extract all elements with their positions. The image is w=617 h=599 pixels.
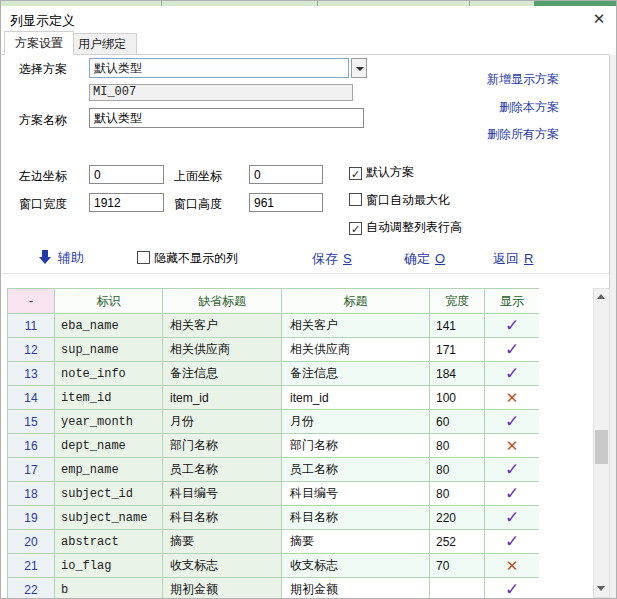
left-coord-input[interactable] bbox=[89, 165, 164, 184]
checkbox-auto-row-height[interactable]: ✓自动调整列表行高 bbox=[349, 220, 462, 235]
cell-width[interactable]: 100 bbox=[430, 386, 485, 410]
cell-width[interactable]: 141 bbox=[430, 314, 485, 338]
cell-row-number[interactable]: 17 bbox=[8, 458, 55, 482]
table-row[interactable]: 17emp_name员工名称员工名称80✓ bbox=[8, 458, 540, 482]
cell-width[interactable]: 80 bbox=[430, 458, 485, 482]
cell-row-number[interactable]: 18 bbox=[8, 482, 55, 506]
table-row[interactable]: 12sup_name相关供应商相关供应商171✓ bbox=[8, 338, 540, 362]
table-row[interactable]: 18subject_id科目编号科目编号80✓ bbox=[8, 482, 540, 506]
back-button[interactable]: 返回R bbox=[493, 250, 533, 268]
scrollbar-thumb[interactable] bbox=[595, 430, 608, 464]
cell-title[interactable]: 备注信息 bbox=[282, 362, 430, 386]
cell-identifier[interactable]: io_flag bbox=[55, 554, 163, 578]
cell-title[interactable]: 员工名称 bbox=[282, 458, 430, 482]
ok-button[interactable]: 确定O bbox=[404, 250, 445, 268]
checkbox-auto-maximize[interactable]: 窗口自动最大化 bbox=[349, 193, 450, 207]
cell-default-title[interactable]: 摘要 bbox=[163, 530, 282, 554]
cell-display-toggle[interactable]: ✓ bbox=[485, 314, 540, 338]
cell-default-title[interactable]: 相关供应商 bbox=[163, 338, 282, 362]
cell-title[interactable]: 期初金额 bbox=[282, 578, 430, 599]
cell-identifier[interactable]: subject_id bbox=[55, 482, 163, 506]
cell-identifier[interactable]: item_id bbox=[55, 386, 163, 410]
save-button[interactable]: 保存S bbox=[312, 250, 352, 268]
cell-identifier[interactable]: note_info bbox=[55, 362, 163, 386]
close-icon[interactable]: ✕ bbox=[590, 10, 608, 28]
table-row[interactable]: 21io_flag收支标志收支标志70✕ bbox=[8, 554, 540, 578]
cell-default-title[interactable]: item_id bbox=[163, 386, 282, 410]
cell-default-title[interactable]: 备注信息 bbox=[163, 362, 282, 386]
checkbox-default-plan[interactable]: ✓默认方案 bbox=[349, 165, 414, 180]
cell-display-toggle[interactable]: ✕ bbox=[485, 386, 540, 410]
delete-this-plan-link[interactable]: 删除本方案 bbox=[499, 99, 559, 116]
window-height-input[interactable] bbox=[249, 193, 323, 212]
plan-name-input[interactable] bbox=[89, 108, 364, 128]
cell-identifier[interactable]: subject_name bbox=[55, 506, 163, 530]
cell-row-number[interactable]: 11 bbox=[8, 314, 55, 338]
cell-identifier[interactable]: b bbox=[55, 578, 163, 599]
cell-row-number[interactable]: 14 bbox=[8, 386, 55, 410]
cell-row-number[interactable]: 20 bbox=[8, 530, 55, 554]
cell-title[interactable]: 月份 bbox=[282, 410, 430, 434]
cell-row-number[interactable]: 15 bbox=[8, 410, 55, 434]
cell-row-number[interactable]: 16 bbox=[8, 434, 55, 458]
cell-width[interactable]: 252 bbox=[430, 530, 485, 554]
scroll-up-button[interactable] bbox=[594, 289, 609, 305]
cell-default-title[interactable]: 员工名称 bbox=[163, 458, 282, 482]
window-width-input[interactable] bbox=[89, 193, 164, 212]
header-width[interactable]: 宽度 bbox=[430, 289, 485, 314]
cell-display-toggle[interactable]: ✓ bbox=[485, 410, 540, 434]
tab-user-binding[interactable]: 用户绑定 bbox=[67, 33, 137, 55]
table-row[interactable]: 16dept_name部门名称部门名称80✕ bbox=[8, 434, 540, 458]
table-row[interactable]: 22b期初金额期初金额✓ bbox=[8, 578, 540, 599]
cell-display-toggle[interactable]: ✓ bbox=[485, 458, 540, 482]
scroll-down-button[interactable] bbox=[594, 581, 609, 597]
cell-width[interactable]: 70 bbox=[430, 554, 485, 578]
header-identifier[interactable]: 标识 bbox=[55, 289, 163, 314]
tab-plan-settings[interactable]: 方案设置 bbox=[4, 31, 74, 55]
cell-default-title[interactable]: 期初金额 bbox=[163, 578, 282, 599]
cell-title[interactable]: 摘要 bbox=[282, 530, 430, 554]
cell-default-title[interactable]: 部门名称 bbox=[163, 434, 282, 458]
combobox-dropdown-button[interactable] bbox=[351, 58, 367, 78]
cell-title[interactable]: 相关客户 bbox=[282, 314, 430, 338]
cell-identifier[interactable]: abstract bbox=[55, 530, 163, 554]
cell-default-title[interactable]: 相关客户 bbox=[163, 314, 282, 338]
cell-title[interactable]: 科目名称 bbox=[282, 506, 430, 530]
header-display[interactable]: 显示 bbox=[485, 289, 540, 314]
auxiliary-button[interactable]: 辅助 bbox=[39, 249, 84, 267]
cell-width[interactable]: 60 bbox=[430, 410, 485, 434]
cell-display-toggle[interactable]: ✓ bbox=[485, 578, 540, 599]
header-row-number[interactable]: - bbox=[8, 289, 55, 314]
add-display-plan-link[interactable]: 新增显示方案 bbox=[487, 71, 559, 88]
cell-width[interactable]: 184 bbox=[430, 362, 485, 386]
header-default-title[interactable]: 缺省标题 bbox=[163, 289, 282, 314]
table-row[interactable]: 19subject_name科目名称科目名称220✓ bbox=[8, 506, 540, 530]
cell-title[interactable]: 收支标志 bbox=[282, 554, 430, 578]
table-row[interactable]: 11eba_name相关客户相关客户141✓ bbox=[8, 314, 540, 338]
cell-display-toggle[interactable]: ✓ bbox=[485, 338, 540, 362]
cell-identifier[interactable]: year_month bbox=[55, 410, 163, 434]
cell-display-toggle[interactable]: ✕ bbox=[485, 434, 540, 458]
cell-row-number[interactable]: 13 bbox=[8, 362, 55, 386]
cell-identifier[interactable]: sup_name bbox=[55, 338, 163, 362]
cell-display-toggle[interactable]: ✓ bbox=[485, 506, 540, 530]
table-row[interactable]: 14item_iditem_iditem_id100✕ bbox=[8, 386, 540, 410]
cell-identifier[interactable]: eba_name bbox=[55, 314, 163, 338]
cell-default-title[interactable]: 收支标志 bbox=[163, 554, 282, 578]
cell-default-title[interactable]: 科目编号 bbox=[163, 482, 282, 506]
cell-display-toggle[interactable]: ✓ bbox=[485, 482, 540, 506]
cell-row-number[interactable]: 19 bbox=[8, 506, 55, 530]
cell-width[interactable]: 80 bbox=[430, 482, 485, 506]
cell-identifier[interactable]: emp_name bbox=[55, 458, 163, 482]
cell-title[interactable]: item_id bbox=[282, 386, 430, 410]
cell-title[interactable]: 部门名称 bbox=[282, 434, 430, 458]
vertical-scrollbar[interactable] bbox=[593, 288, 610, 598]
cell-display-toggle[interactable]: ✓ bbox=[485, 362, 540, 386]
cell-width[interactable]: 80 bbox=[430, 434, 485, 458]
delete-all-plans-link[interactable]: 删除所有方案 bbox=[487, 126, 559, 143]
header-title[interactable]: 标题 bbox=[282, 289, 430, 314]
table-row[interactable]: 20abstract摘要摘要252✓ bbox=[8, 530, 540, 554]
checkbox-hide-columns[interactable]: 隐藏不显示的列 bbox=[137, 251, 238, 265]
cell-row-number[interactable]: 12 bbox=[8, 338, 55, 362]
cell-default-title[interactable]: 月份 bbox=[163, 410, 282, 434]
